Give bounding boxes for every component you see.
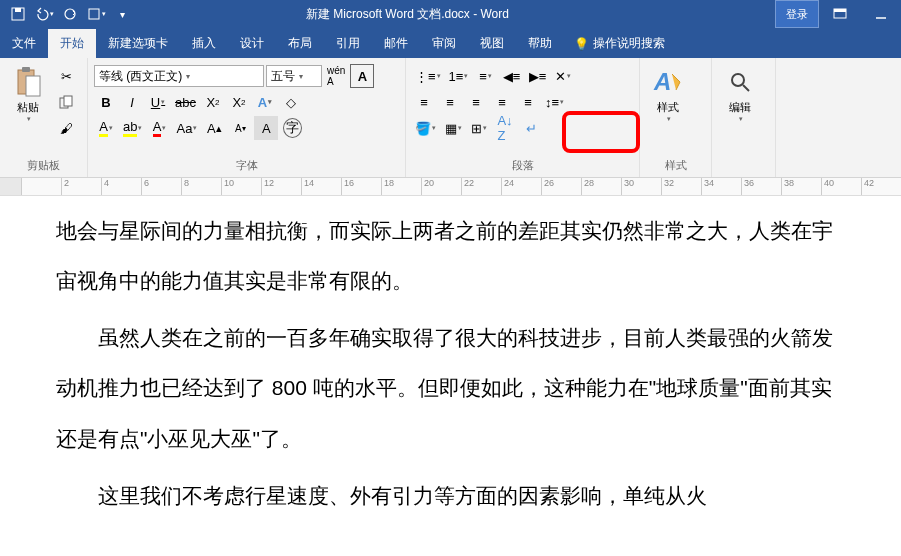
ruler-tick: 38 xyxy=(781,178,821,195)
tab-file[interactable]: 文件 xyxy=(0,29,48,58)
tab-newtab[interactable]: 新建选项卡 xyxy=(96,29,180,58)
tab-view[interactable]: 视图 xyxy=(468,29,516,58)
shading-button[interactable]: 🪣▾ xyxy=(412,116,439,140)
brush-icon: 🖌 xyxy=(60,121,73,136)
paint-bucket-icon: 🪣 xyxy=(415,121,431,136)
ruler-tick: 8 xyxy=(181,178,221,195)
eraser-icon: ◇ xyxy=(286,95,296,110)
font-size-combo[interactable]: 五号▾ xyxy=(266,65,322,87)
tab-insert[interactable]: 插入 xyxy=(180,29,228,58)
svg-text:A: A xyxy=(653,68,671,95)
sort-button[interactable]: A↓Z xyxy=(493,116,517,140)
ribbon-display-icon[interactable] xyxy=(819,0,861,28)
styles-button[interactable]: A 样式 ▾ xyxy=(644,62,692,127)
tab-design[interactable]: 设计 xyxy=(228,29,276,58)
increase-indent-button[interactable]: ▶≡ xyxy=(525,64,549,88)
highlight-color-button[interactable]: ab▾ xyxy=(120,116,145,140)
align-left-icon: ≡ xyxy=(420,95,428,110)
line-spacing-icon: ↕≡ xyxy=(545,95,559,110)
bullets-button[interactable]: ⋮≡▾ xyxy=(412,64,444,88)
font-color-button[interactable]: A▾ xyxy=(147,116,171,140)
lightbulb-icon: 💡 xyxy=(574,37,589,51)
superscript-button[interactable]: X2 xyxy=(227,90,251,114)
paragraph-group-label: 段落 xyxy=(406,156,639,177)
ruler-tick: 12 xyxy=(261,178,301,195)
qat-more-icon[interactable]: ▾ xyxy=(110,2,134,26)
document-title: 新建 Microsoft Word 文档.docx - Word xyxy=(140,6,775,23)
highlighter-icon: ab xyxy=(123,119,137,137)
redo-icon[interactable] xyxy=(58,2,82,26)
strikethrough-button[interactable]: abc xyxy=(172,90,199,114)
character-shading-button[interactable]: A xyxy=(254,116,278,140)
copy-icon xyxy=(59,95,73,109)
horizontal-ruler[interactable]: 24681012141618202224262830323436384042 xyxy=(0,178,901,196)
save-icon[interactable] xyxy=(6,2,30,26)
svg-rect-3 xyxy=(89,9,99,19)
align-left-button[interactable]: ≡ xyxy=(412,90,436,114)
grow-font-button[interactable]: A▴ xyxy=(202,116,226,140)
editing-button[interactable]: 编辑 ▾ xyxy=(716,62,764,127)
svg-rect-1 xyxy=(15,8,21,12)
copy-button[interactable] xyxy=(54,90,78,114)
align-center-button[interactable]: ≡ xyxy=(438,90,462,114)
tab-mailings[interactable]: 邮件 xyxy=(372,29,420,58)
multilevel-list-button[interactable]: ≡▾ xyxy=(473,64,497,88)
styles-group-label: 样式 xyxy=(640,156,711,177)
indent-icon: ▶≡ xyxy=(529,69,547,84)
minimize-icon[interactable] xyxy=(861,0,901,28)
grid-icon: ⊞ xyxy=(471,121,482,136)
align-right-button[interactable]: ≡ xyxy=(464,90,488,114)
ruler-tick: 26 xyxy=(541,178,581,195)
shrink-font-button[interactable]: A▾ xyxy=(228,116,252,140)
svg-rect-9 xyxy=(26,76,40,96)
paste-button[interactable]: 粘贴 ▾ xyxy=(4,62,52,127)
distributed-icon: ≡ xyxy=(524,95,532,110)
line-spacing-button[interactable]: ↕≡▾ xyxy=(542,90,567,114)
styles-label: 样式 xyxy=(657,100,679,115)
ruler-tick: 18 xyxy=(381,178,421,195)
character-border-button[interactable]: A xyxy=(350,64,374,88)
ruler-tick: 6 xyxy=(141,178,181,195)
login-button[interactable]: 登录 xyxy=(775,0,819,28)
find-icon xyxy=(724,66,756,98)
change-case-button[interactable]: Aa▾ xyxy=(173,116,200,140)
ruler-tick: 42 xyxy=(861,178,901,195)
justify-button[interactable]: ≡ xyxy=(490,90,514,114)
distributed-button[interactable]: ≡ xyxy=(516,90,540,114)
asian-layout-button[interactable]: ✕▾ xyxy=(551,64,575,88)
ruler-tick: 28 xyxy=(581,178,621,195)
numbering-button[interactable]: 1≡▾ xyxy=(446,64,472,88)
qat-customize-icon[interactable]: ▾ xyxy=(84,2,108,26)
bold-button[interactable]: B xyxy=(94,90,118,114)
document-body[interactable]: 地会与星际间的力量相抗衡，而实际上两者之前的差距其实仍然非常之大，人类在宇宙视角… xyxy=(0,196,901,521)
justify-icon: ≡ xyxy=(498,95,506,110)
undo-icon[interactable]: ▾ xyxy=(32,2,56,26)
subscript-button[interactable]: X2 xyxy=(201,90,225,114)
tab-layout[interactable]: 布局 xyxy=(276,29,324,58)
tab-help[interactable]: 帮助 xyxy=(516,29,564,58)
format-painter-button[interactable]: 🖌 xyxy=(54,116,78,140)
enclose-characters-button[interactable]: 字 xyxy=(280,116,305,140)
font-name-value: 等线 (西文正文) xyxy=(99,68,182,85)
sort-icon: A↓Z xyxy=(497,113,512,143)
cut-button[interactable]: ✂ xyxy=(54,64,78,88)
decrease-indent-button[interactable]: ◀≡ xyxy=(499,64,523,88)
ruler-tick: 24 xyxy=(501,178,541,195)
tab-review[interactable]: 审阅 xyxy=(420,29,468,58)
tell-me-search[interactable]: 💡 操作说明搜索 xyxy=(564,29,675,58)
ruler-tick: 16 xyxy=(341,178,381,195)
underline-button[interactable]: U▾ xyxy=(146,90,170,114)
snap-to-grid-button[interactable]: ⊞▾ xyxy=(467,116,491,140)
font-size-value: 五号 xyxy=(271,68,295,85)
tab-references[interactable]: 引用 xyxy=(324,29,372,58)
ruler-tick: 4 xyxy=(101,178,141,195)
tab-home[interactable]: 开始 xyxy=(48,29,96,58)
phonetic-guide-button[interactable]: wénA xyxy=(324,64,348,88)
clear-formatting-button[interactable]: ◇ xyxy=(279,90,303,114)
text-highlight-button[interactable]: A▾ xyxy=(94,116,118,140)
borders-button[interactable]: ▦▾ xyxy=(441,116,465,140)
show-hide-marks-button[interactable]: ↵ xyxy=(519,116,543,140)
text-effects-button[interactable]: A▾ xyxy=(253,90,277,114)
italic-button[interactable]: I xyxy=(120,90,144,114)
font-name-combo[interactable]: 等线 (西文正文)▾ xyxy=(94,65,264,87)
